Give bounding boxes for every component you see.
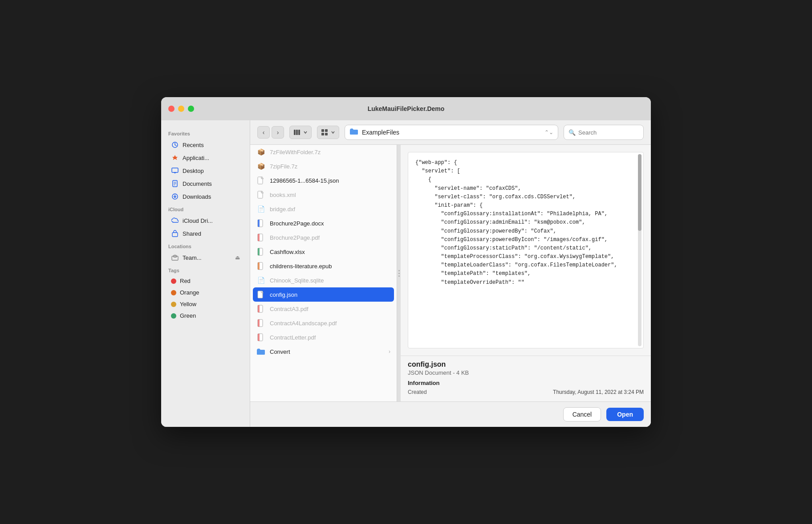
view-columns-toggle[interactable] bbox=[289, 126, 312, 139]
config-json-icon bbox=[256, 290, 265, 299]
preview-code: {"web-app": { "servlet": [ { "servlet-na… bbox=[408, 152, 643, 348]
view-grid-toggle[interactable] bbox=[317, 126, 339, 139]
sidebar-item-tag-green[interactable]: Green bbox=[164, 310, 247, 321]
sidebar-item-label-orange: Orange bbox=[180, 289, 199, 296]
svg-rect-36 bbox=[258, 319, 260, 327]
file-info-created-label: Created bbox=[408, 389, 427, 395]
file-name-8: Cashflow.xlsx bbox=[270, 249, 305, 255]
svg-rect-31 bbox=[258, 262, 260, 270]
sqlite-icon: 📄 bbox=[256, 276, 265, 285]
file-item-brochure-pdf[interactable]: Brochure2Page.pdf bbox=[250, 230, 397, 245]
file-item-bridge-dxf[interactable]: 📄 bridge.dxf bbox=[250, 202, 397, 216]
preview-scrollbar-thumb[interactable] bbox=[638, 154, 641, 231]
file-info-created-row: Created Thursday, August 11, 2022 at 3:2… bbox=[408, 389, 644, 395]
divider-dot-1 bbox=[398, 270, 400, 271]
sidebar-item-desktop[interactable]: Desktop bbox=[164, 164, 247, 177]
svg-rect-32 bbox=[258, 291, 263, 298]
file-item-contracta3-pdf[interactable]: ContractA3.pdf bbox=[250, 302, 397, 316]
sidebar-item-tag-red[interactable]: Red bbox=[164, 275, 247, 287]
location-up-down-arrows[interactable]: ⌃⌄ bbox=[544, 129, 553, 135]
main-content: Favorites Recents Applicati... Desktop bbox=[161, 120, 651, 427]
desktop-icon bbox=[171, 167, 179, 175]
back-button[interactable]: ‹ bbox=[257, 126, 270, 139]
recents-icon bbox=[171, 141, 179, 149]
file-name: 7zFileWithFolder.7z bbox=[270, 149, 321, 156]
file-info-type: JSON Document - 4 KB bbox=[408, 369, 644, 376]
folder-icon bbox=[349, 128, 358, 137]
sidebar-item-icloud-drive[interactable]: iCloud Dri... bbox=[164, 214, 247, 227]
window-title: LukeMauiFilePicker.Demo bbox=[368, 105, 445, 112]
docx-icon bbox=[256, 219, 265, 228]
svg-rect-15 bbox=[298, 130, 300, 135]
file-item-7zip-folder[interactable]: 📦 7zFileWithFolder.7z bbox=[250, 145, 397, 159]
divider-dots bbox=[398, 270, 400, 277]
location-bar[interactable]: ExampleFiles ⌃⌄ bbox=[345, 125, 558, 140]
sidebar-item-team[interactable]: Team... ⏏ bbox=[164, 251, 247, 264]
sidebar-section-favorites: Favorites bbox=[161, 127, 250, 138]
eject-icon[interactable]: ⏏ bbox=[235, 254, 240, 261]
sidebar-item-label-recents: Recents bbox=[183, 142, 204, 148]
sidebar-item-shared[interactable]: Shared bbox=[164, 227, 247, 240]
toolbar: ‹ › bbox=[250, 120, 651, 145]
file-name-9: childrens-literature.epub bbox=[270, 263, 332, 270]
search-icon: 🔍 bbox=[568, 129, 576, 136]
maximize-button[interactable] bbox=[188, 106, 194, 112]
chevron-down-icon-2 bbox=[331, 130, 335, 135]
file-item-cashflow-xlsx[interactable]: Cashflow.xlsx bbox=[250, 245, 397, 259]
documents-icon bbox=[171, 180, 179, 188]
pane-divider[interactable] bbox=[397, 145, 401, 401]
pdf-icon bbox=[256, 233, 265, 242]
file-name-10: Chinook_Sqlite.sqlite bbox=[270, 277, 324, 284]
svg-rect-18 bbox=[321, 133, 324, 135]
svg-rect-11 bbox=[172, 256, 178, 260]
sidebar-item-tag-yellow[interactable]: Yellow bbox=[164, 299, 247, 310]
sidebar-section-locations: Locations bbox=[161, 240, 250, 251]
sidebar-item-documents[interactable]: Documents bbox=[164, 177, 247, 190]
open-button[interactable]: Open bbox=[606, 408, 644, 421]
file-item-config-json[interactable]: config.json bbox=[253, 287, 394, 302]
orange-tag-dot bbox=[171, 290, 176, 295]
file-item-books-xml[interactable]: books.xml bbox=[250, 188, 397, 202]
file-item-contracta4-pdf[interactable]: ContractA4Landscape.pdf bbox=[250, 316, 397, 330]
back-icon: ‹ bbox=[263, 129, 265, 136]
svg-rect-10 bbox=[172, 233, 178, 237]
forward-button[interactable]: › bbox=[272, 126, 284, 139]
search-bar[interactable]: 🔍 bbox=[564, 125, 644, 140]
xml-icon bbox=[256, 190, 265, 199]
pdf-icon-3 bbox=[256, 319, 265, 328]
sidebar-item-label-downloads: Downloads bbox=[183, 193, 211, 200]
file-info: config.json JSON Document - 4 KB Informa… bbox=[401, 356, 651, 401]
file-item-chinook-sqlite[interactable]: 📄 Chinook_Sqlite.sqlite bbox=[250, 273, 397, 287]
sidebar-item-recents[interactable]: Recents bbox=[164, 139, 247, 151]
red-tag-dot bbox=[171, 278, 176, 284]
sidebar-item-label-green: Green bbox=[180, 312, 196, 319]
file-info-name: config.json bbox=[408, 360, 644, 368]
file-name-2: 7zipFile.7z bbox=[270, 163, 297, 170]
file-item-childrens-epub[interactable]: childrens-literature.epub bbox=[250, 259, 397, 273]
green-tag-dot bbox=[171, 313, 176, 319]
file-item-7zip-file[interactable]: 📦 7zipFile.7z bbox=[250, 159, 397, 173]
file-item-contractletter-pdf[interactable]: ContractLetter.pdf bbox=[250, 330, 397, 344]
search-input[interactable] bbox=[578, 129, 639, 136]
sidebar-item-tag-orange[interactable]: Orange bbox=[164, 287, 247, 298]
close-button[interactable] bbox=[168, 106, 175, 112]
file-item-convert-folder[interactable]: Convert › bbox=[250, 344, 397, 359]
cancel-button[interactable]: Cancel bbox=[563, 407, 601, 422]
titlebar: LukeMauiFilePicker.Demo bbox=[161, 97, 651, 120]
file-item-brochure-docx[interactable]: Brochure2Page.docx bbox=[250, 216, 397, 230]
browser-area: 📦 7zFileWithFolder.7z 📦 7zipFile.7z 1298… bbox=[250, 145, 651, 401]
folder-icon-2 bbox=[256, 347, 265, 356]
dxf-icon: 📄 bbox=[256, 205, 265, 213]
sidebar-item-downloads[interactable]: Downloads bbox=[164, 190, 247, 203]
file-name-14: ContractLetter.pdf bbox=[270, 334, 316, 341]
preview-scrollbar[interactable] bbox=[638, 154, 641, 346]
minimize-button[interactable] bbox=[178, 106, 184, 112]
folder-chevron: › bbox=[389, 348, 390, 355]
team-drive-icon bbox=[171, 254, 179, 262]
epub-icon bbox=[256, 262, 265, 270]
sidebar-item-applications[interactable]: Applicati... bbox=[164, 151, 247, 164]
file-item-json-large[interactable]: 12986565-1...6584-15.json bbox=[250, 173, 397, 188]
forward-icon: › bbox=[277, 129, 279, 136]
svg-rect-38 bbox=[258, 334, 260, 341]
preview-content: {"web-app": { "servlet": [ { "servlet-na… bbox=[408, 152, 644, 348]
